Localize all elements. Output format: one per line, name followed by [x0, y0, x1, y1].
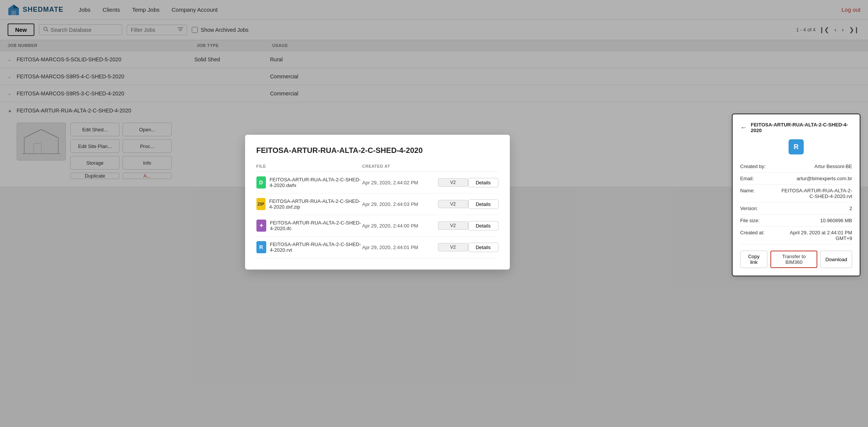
detail-label-email: Email:	[740, 176, 754, 181]
details-panel-title: FEITOSA-ARTUR-RUA-ALTA-2-C-SHED-4-2020	[751, 122, 852, 133]
details-panel-header: ← FEITOSA-ARTUR-RUA-ALTA-2-C-SHED-4-2020	[740, 122, 852, 133]
details-file-icon: R	[789, 139, 804, 154]
modal-col-created: CREATED AT	[362, 164, 438, 168]
file-date-1: Apr 29, 2020, 2:44:02 PM	[362, 180, 438, 185]
detail-row-name: Name: FEITOSA-ARTUR-RUA-ALTA-2-C-SHED-4-…	[740, 185, 852, 187]
modal-title: FEITOSA-ARTUR-RUA-ALTA-2-C-SHED-4-2020	[256, 146, 498, 155]
file-icon-dwfx: D	[256, 176, 266, 187]
back-arrow-button[interactable]: ←	[740, 124, 747, 132]
file-name-cell-1: D FEITOSA-ARTUR-RUA-ALTA-2-C-SHED-4-2020…	[256, 176, 362, 187]
modal-col-version	[438, 164, 468, 168]
modal-table-header: FILE CREATED AT	[256, 164, 498, 172]
file-list-modal: FEITOSA-ARTUR-RUA-ALTA-2-C-SHED-4-2020 F…	[245, 135, 510, 187]
detail-value-email: artur@bimexperts.com.br	[797, 176, 852, 181]
details-button-1[interactable]: Details	[468, 178, 498, 187]
modal-file-row: D FEITOSA-ARTUR-RUA-ALTA-2-C-SHED-4-2020…	[256, 172, 498, 187]
detail-label-created-by: Created by:	[740, 164, 766, 169]
details-fields: Created by: Artur Bessoni-BE Email: artu…	[740, 161, 852, 187]
modal-col-file: FILE	[256, 164, 362, 168]
modal-col-actions	[468, 164, 498, 168]
file-name-dwfx: FEITOSA-ARTUR-RUA-ALTA-2-C-SHED-4-2020.d…	[270, 177, 362, 187]
version-badge-1[interactable]: V2	[438, 178, 468, 187]
detail-row-email: Email: artur@bimexperts.com.br	[740, 173, 852, 185]
detail-value-created-by: Artur Bessoni-BE	[814, 164, 852, 169]
details-panel: ← FEITOSA-ARTUR-RUA-ALTA-2-C-SHED-4-2020…	[732, 114, 860, 187]
detail-row-created-by: Created by: Artur Bessoni-BE	[740, 161, 852, 173]
